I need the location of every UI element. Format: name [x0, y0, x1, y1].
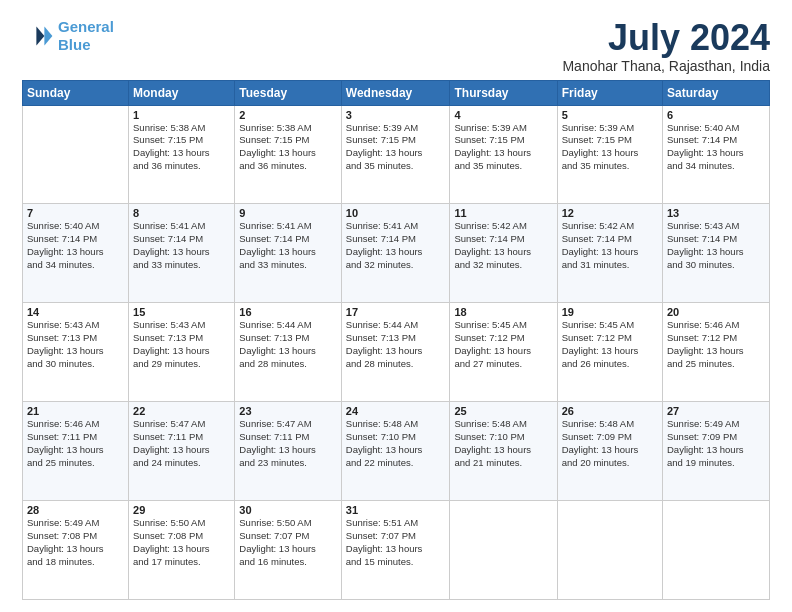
- calendar-week-row: 14Sunrise: 5:43 AM Sunset: 7:13 PM Dayli…: [23, 303, 770, 402]
- day-number: 1: [133, 109, 230, 121]
- day-number: 20: [667, 306, 765, 318]
- day-info: Sunrise: 5:43 AM Sunset: 7:14 PM Dayligh…: [667, 220, 765, 271]
- day-info: Sunrise: 5:46 AM Sunset: 7:12 PM Dayligh…: [667, 319, 765, 370]
- day-info: Sunrise: 5:41 AM Sunset: 7:14 PM Dayligh…: [239, 220, 337, 271]
- day-info: Sunrise: 5:49 AM Sunset: 7:08 PM Dayligh…: [27, 517, 124, 568]
- day-number: 4: [454, 109, 552, 121]
- logo: General Blue: [22, 18, 114, 54]
- day-info: Sunrise: 5:40 AM Sunset: 7:14 PM Dayligh…: [27, 220, 124, 271]
- logo-text: General Blue: [58, 18, 114, 54]
- day-info: Sunrise: 5:48 AM Sunset: 7:10 PM Dayligh…: [346, 418, 446, 469]
- table-row: [23, 105, 129, 204]
- table-row: 18Sunrise: 5:45 AM Sunset: 7:12 PM Dayli…: [450, 303, 557, 402]
- day-number: 13: [667, 207, 765, 219]
- table-row: 2Sunrise: 5:38 AM Sunset: 7:15 PM Daylig…: [235, 105, 342, 204]
- day-number: 26: [562, 405, 658, 417]
- day-info: Sunrise: 5:39 AM Sunset: 7:15 PM Dayligh…: [562, 122, 658, 173]
- table-row: 17Sunrise: 5:44 AM Sunset: 7:13 PM Dayli…: [341, 303, 450, 402]
- day-info: Sunrise: 5:49 AM Sunset: 7:09 PM Dayligh…: [667, 418, 765, 469]
- table-row: 14Sunrise: 5:43 AM Sunset: 7:13 PM Dayli…: [23, 303, 129, 402]
- table-row: 11Sunrise: 5:42 AM Sunset: 7:14 PM Dayli…: [450, 204, 557, 303]
- day-number: 23: [239, 405, 337, 417]
- table-row: 13Sunrise: 5:43 AM Sunset: 7:14 PM Dayli…: [663, 204, 770, 303]
- calendar-week-row: 7Sunrise: 5:40 AM Sunset: 7:14 PM Daylig…: [23, 204, 770, 303]
- day-number: 8: [133, 207, 230, 219]
- day-info: Sunrise: 5:43 AM Sunset: 7:13 PM Dayligh…: [133, 319, 230, 370]
- table-row: 9Sunrise: 5:41 AM Sunset: 7:14 PM Daylig…: [235, 204, 342, 303]
- header-sunday: Sunday: [23, 80, 129, 105]
- table-row: 4Sunrise: 5:39 AM Sunset: 7:15 PM Daylig…: [450, 105, 557, 204]
- day-info: Sunrise: 5:39 AM Sunset: 7:15 PM Dayligh…: [454, 122, 552, 173]
- day-number: 11: [454, 207, 552, 219]
- day-number: 15: [133, 306, 230, 318]
- table-row: 21Sunrise: 5:46 AM Sunset: 7:11 PM Dayli…: [23, 402, 129, 501]
- day-number: 12: [562, 207, 658, 219]
- table-row: 5Sunrise: 5:39 AM Sunset: 7:15 PM Daylig…: [557, 105, 662, 204]
- day-number: 22: [133, 405, 230, 417]
- day-number: 17: [346, 306, 446, 318]
- calendar-header-row: Sunday Monday Tuesday Wednesday Thursday…: [23, 80, 770, 105]
- day-info: Sunrise: 5:43 AM Sunset: 7:13 PM Dayligh…: [27, 319, 124, 370]
- table-row: 7Sunrise: 5:40 AM Sunset: 7:14 PM Daylig…: [23, 204, 129, 303]
- header-saturday: Saturday: [663, 80, 770, 105]
- svg-marker-1: [36, 26, 44, 45]
- table-row: 27Sunrise: 5:49 AM Sunset: 7:09 PM Dayli…: [663, 402, 770, 501]
- table-row: 1Sunrise: 5:38 AM Sunset: 7:15 PM Daylig…: [129, 105, 235, 204]
- day-info: Sunrise: 5:47 AM Sunset: 7:11 PM Dayligh…: [239, 418, 337, 469]
- main-title: July 2024: [562, 18, 770, 58]
- day-info: Sunrise: 5:44 AM Sunset: 7:13 PM Dayligh…: [239, 319, 337, 370]
- table-row: 22Sunrise: 5:47 AM Sunset: 7:11 PM Dayli…: [129, 402, 235, 501]
- day-number: 29: [133, 504, 230, 516]
- day-info: Sunrise: 5:42 AM Sunset: 7:14 PM Dayligh…: [562, 220, 658, 271]
- day-number: 25: [454, 405, 552, 417]
- day-info: Sunrise: 5:41 AM Sunset: 7:14 PM Dayligh…: [133, 220, 230, 271]
- day-number: 24: [346, 405, 446, 417]
- day-info: Sunrise: 5:48 AM Sunset: 7:10 PM Dayligh…: [454, 418, 552, 469]
- day-number: 14: [27, 306, 124, 318]
- table-row: 19Sunrise: 5:45 AM Sunset: 7:12 PM Dayli…: [557, 303, 662, 402]
- table-row: 23Sunrise: 5:47 AM Sunset: 7:11 PM Dayli…: [235, 402, 342, 501]
- day-info: Sunrise: 5:45 AM Sunset: 7:12 PM Dayligh…: [454, 319, 552, 370]
- day-info: Sunrise: 5:48 AM Sunset: 7:09 PM Dayligh…: [562, 418, 658, 469]
- table-row: 10Sunrise: 5:41 AM Sunset: 7:14 PM Dayli…: [341, 204, 450, 303]
- day-number: 7: [27, 207, 124, 219]
- table-row: 8Sunrise: 5:41 AM Sunset: 7:14 PM Daylig…: [129, 204, 235, 303]
- day-number: 5: [562, 109, 658, 121]
- day-info: Sunrise: 5:46 AM Sunset: 7:11 PM Dayligh…: [27, 418, 124, 469]
- day-info: Sunrise: 5:51 AM Sunset: 7:07 PM Dayligh…: [346, 517, 446, 568]
- day-number: 18: [454, 306, 552, 318]
- day-info: Sunrise: 5:42 AM Sunset: 7:14 PM Dayligh…: [454, 220, 552, 271]
- table-row: 30Sunrise: 5:50 AM Sunset: 7:07 PM Dayli…: [235, 501, 342, 600]
- table-row: 24Sunrise: 5:48 AM Sunset: 7:10 PM Dayli…: [341, 402, 450, 501]
- table-row: 26Sunrise: 5:48 AM Sunset: 7:09 PM Dayli…: [557, 402, 662, 501]
- day-number: 9: [239, 207, 337, 219]
- day-number: 30: [239, 504, 337, 516]
- day-info: Sunrise: 5:47 AM Sunset: 7:11 PM Dayligh…: [133, 418, 230, 469]
- day-info: Sunrise: 5:44 AM Sunset: 7:13 PM Dayligh…: [346, 319, 446, 370]
- day-info: Sunrise: 5:45 AM Sunset: 7:12 PM Dayligh…: [562, 319, 658, 370]
- calendar-week-row: 1Sunrise: 5:38 AM Sunset: 7:15 PM Daylig…: [23, 105, 770, 204]
- day-number: 19: [562, 306, 658, 318]
- header-thursday: Thursday: [450, 80, 557, 105]
- day-number: 21: [27, 405, 124, 417]
- table-row: [557, 501, 662, 600]
- table-row: 20Sunrise: 5:46 AM Sunset: 7:12 PM Dayli…: [663, 303, 770, 402]
- day-info: Sunrise: 5:40 AM Sunset: 7:14 PM Dayligh…: [667, 122, 765, 173]
- day-info: Sunrise: 5:39 AM Sunset: 7:15 PM Dayligh…: [346, 122, 446, 173]
- table-row: [450, 501, 557, 600]
- table-row: 15Sunrise: 5:43 AM Sunset: 7:13 PM Dayli…: [129, 303, 235, 402]
- header-friday: Friday: [557, 80, 662, 105]
- calendar-week-row: 21Sunrise: 5:46 AM Sunset: 7:11 PM Dayli…: [23, 402, 770, 501]
- day-info: Sunrise: 5:50 AM Sunset: 7:08 PM Dayligh…: [133, 517, 230, 568]
- header-monday: Monday: [129, 80, 235, 105]
- day-number: 3: [346, 109, 446, 121]
- day-info: Sunrise: 5:38 AM Sunset: 7:15 PM Dayligh…: [133, 122, 230, 173]
- table-row: 29Sunrise: 5:50 AM Sunset: 7:08 PM Dayli…: [129, 501, 235, 600]
- day-number: 28: [27, 504, 124, 516]
- svg-marker-0: [44, 26, 52, 45]
- page: General Blue July 2024 Manohar Thana, Ra…: [0, 0, 792, 612]
- table-row: [663, 501, 770, 600]
- day-info: Sunrise: 5:50 AM Sunset: 7:07 PM Dayligh…: [239, 517, 337, 568]
- table-row: 28Sunrise: 5:49 AM Sunset: 7:08 PM Dayli…: [23, 501, 129, 600]
- table-row: 12Sunrise: 5:42 AM Sunset: 7:14 PM Dayli…: [557, 204, 662, 303]
